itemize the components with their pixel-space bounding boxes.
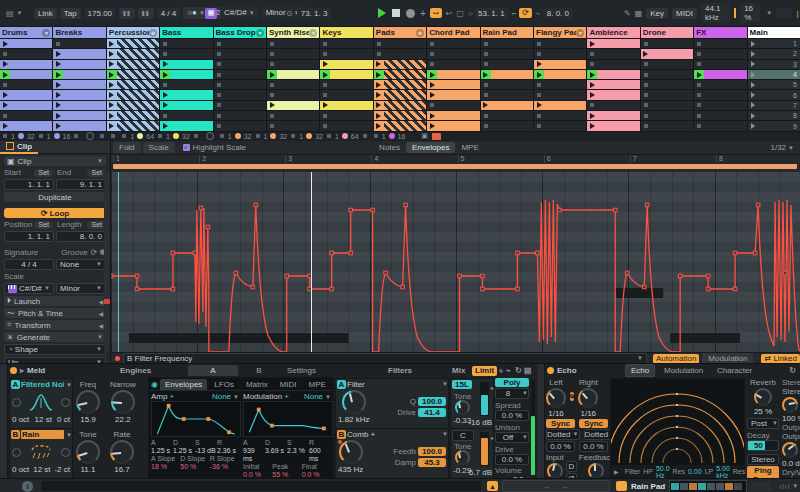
clip-slot-empty[interactable] — [267, 90, 319, 99]
randomize-icon[interactable]: ⌁ — [506, 366, 511, 375]
section-transform[interactable]: ⌗Transform◀ — [4, 320, 106, 330]
clip-slot-empty[interactable] — [320, 49, 372, 58]
engine-a-freq-knob[interactable]: Freq15.9 — [76, 380, 100, 424]
loop-position-field[interactable]: 1. 1. 1 — [4, 231, 54, 242]
clip-slot[interactable] — [320, 70, 372, 79]
loop-length-field[interactable]: 8. 0. 0 — [543, 8, 573, 19]
meld-title-bar[interactable]: ▸ Meld Engines A B Settings Filters Mix … — [10, 364, 522, 377]
clip-slot[interactable] — [481, 101, 533, 110]
echo-tab-character[interactable]: Character — [712, 365, 757, 376]
capture-midi-icon[interactable]: ○ — [468, 9, 473, 18]
clip-slot[interactable] — [107, 101, 159, 110]
track-header-bass[interactable]: Bass — [160, 27, 212, 38]
track-header-breaks[interactable]: Breaks — [53, 27, 105, 38]
eye-icon[interactable]: ◉ — [151, 380, 158, 389]
envelope-breakpoint[interactable] — [642, 285, 646, 289]
clip-launch-button[interactable] — [320, 101, 330, 110]
device-chain-minimap[interactable] — [669, 480, 747, 492]
clip-slot[interactable] — [427, 90, 479, 99]
meld-fold-icon[interactable]: ▸ — [20, 366, 24, 375]
clip-slot[interactable] — [0, 90, 52, 99]
clip-slot-empty[interactable] — [267, 39, 319, 48]
track-status-pads[interactable] — [191, 132, 216, 141]
envelope-breakpoint[interactable] — [558, 208, 562, 212]
engine-b-oct-field[interactable]: 0 oct — [12, 465, 29, 474]
clip-slot-empty[interactable] — [534, 90, 586, 99]
clip-section-header[interactable]: ▣ Clip ▼ — [4, 156, 106, 166]
track-status-bass[interactable] — [97, 132, 107, 141]
clip-stop-button[interactable] — [39, 134, 43, 138]
scene-slot-6[interactable]: 6 — [748, 90, 800, 99]
stop-button[interactable] — [392, 9, 400, 17]
follow-icon[interactable]: ⊙ — [286, 9, 293, 18]
clip-slot[interactable] — [374, 60, 426, 69]
clip-playing-button[interactable] — [481, 70, 491, 79]
clip-launch-button[interactable] — [481, 101, 491, 110]
clip-slot-empty[interactable] — [320, 80, 372, 89]
clip-stop-button[interactable] — [158, 134, 162, 138]
envelope-breakpoint[interactable] — [753, 251, 757, 255]
clip-slot-empty[interactable] — [214, 70, 266, 79]
track-header-rain-pad[interactable]: Rain Pad — [481, 27, 533, 38]
automation-tab[interactable]: Automation — [653, 354, 699, 364]
meld-device-handle[interactable] — [0, 364, 8, 478]
track-status-main[interactable]: ▣ — [406, 132, 441, 141]
stereo-mode-button[interactable]: Stereo — [747, 454, 779, 465]
session-record-icon[interactable]: ▢ — [457, 9, 465, 18]
clip-slot-empty[interactable] — [427, 49, 479, 58]
clip-slot-empty[interactable] — [214, 39, 266, 48]
envelope-breakpoint[interactable] — [206, 225, 210, 229]
clip-slot[interactable] — [53, 70, 105, 79]
echo-device-handle[interactable] — [537, 364, 545, 478]
warning-button[interactable]: ▲ — [487, 481, 498, 491]
scale-root-menu[interactable]: C#/D#▼ — [220, 7, 259, 19]
stereo-link-icon[interactable]: ⧉ — [570, 392, 574, 401]
chevron-down-icon[interactable]: ▼ — [17, 10, 23, 16]
clip-slot[interactable] — [374, 90, 426, 99]
mod-envelope-graph[interactable] — [243, 401, 333, 437]
clip-slot[interactable] — [107, 80, 159, 89]
clip-launch-button[interactable] — [374, 60, 384, 69]
nudge-down-button[interactable]: ‖‖ — [119, 8, 135, 19]
voice-mode-button[interactable]: Poly — [495, 378, 529, 387]
clip-slot[interactable] — [587, 39, 639, 48]
meld-tab-b[interactable]: B — [234, 365, 284, 376]
scene-slot-8[interactable]: 8 — [748, 111, 800, 120]
envelope-breakpoint[interactable] — [536, 251, 540, 255]
clip-slot[interactable] — [107, 60, 159, 69]
clip-launch-button[interactable] — [107, 49, 117, 58]
envelope-breakpoint[interactable] — [135, 274, 139, 278]
subtab-midi[interactable]: MIDI — [275, 379, 302, 390]
clip-launch-button[interactable] — [53, 111, 63, 120]
envelope-breakpoint[interactable] — [330, 287, 334, 291]
clip-slot[interactable] — [160, 60, 212, 69]
echo-left-sync-button[interactable]: Sync — [546, 419, 575, 428]
clip-slot-empty[interactable] — [587, 101, 639, 110]
echo-drive-toggle[interactable]: D — [566, 461, 577, 472]
clip-slot-empty[interactable] — [534, 39, 586, 48]
envelope-breakpoint[interactable] — [733, 251, 737, 255]
engine-a-cent-field[interactable]: 0 ct — [57, 415, 70, 424]
amp-envelope-graph[interactable] — [151, 401, 241, 437]
clip-launch-button[interactable] — [160, 101, 170, 110]
echo-hp-field[interactable]: 50.0 Hz — [656, 465, 670, 479]
env-param[interactable]: D Slope50 % — [180, 455, 209, 471]
voice-drive-field[interactable]: 0.0 % — [495, 454, 529, 465]
clip-launch-button[interactable] — [587, 80, 597, 89]
track-header-flangy-pad[interactable]: Flangy Pad▼ — [534, 27, 586, 38]
clip-slot[interactable] — [160, 90, 212, 99]
engine-b-rate-knob[interactable]: Rate16.7 — [110, 430, 134, 474]
track-status-rain-pad[interactable]: 132 — [253, 132, 288, 141]
env-param[interactable]: R2.36 s — [217, 439, 239, 455]
envelope-breakpoint[interactable] — [613, 208, 617, 212]
clip-launch-button[interactable] — [107, 101, 117, 110]
echo-filter-play-icon[interactable]: ▶ — [614, 468, 619, 475]
duplicate-button[interactable]: Duplicate — [4, 192, 106, 202]
clip-playing-button[interactable] — [587, 70, 597, 79]
clip-slot-empty[interactable] — [214, 101, 266, 110]
clip-slot-empty[interactable] — [0, 80, 52, 89]
clip-launch-button[interactable] — [641, 49, 651, 58]
track-status-percussion[interactable] — [71, 132, 96, 141]
clip-slot-empty[interactable] — [641, 80, 693, 89]
engine-a-mini-knob-right[interactable] — [61, 398, 70, 407]
